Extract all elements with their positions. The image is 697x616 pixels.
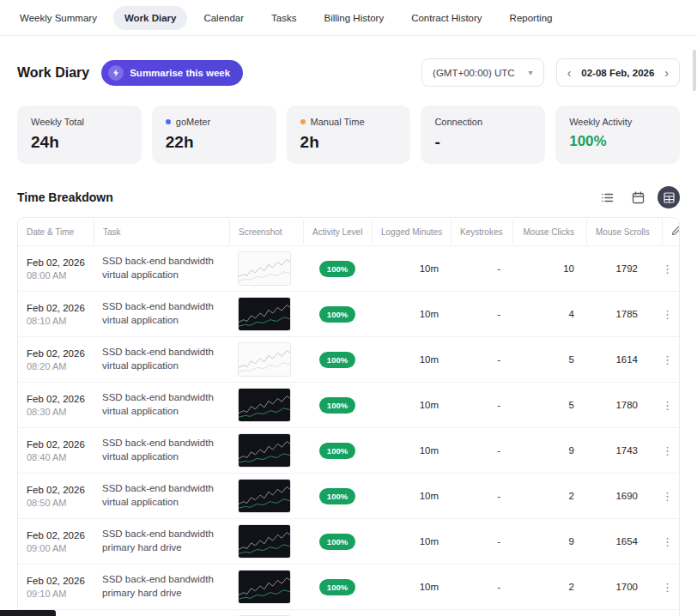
activity-level-cell: 100% <box>303 528 372 555</box>
kebab-menu-icon[interactable]: ⋮ <box>658 578 676 596</box>
kebab-menu-icon[interactable]: ⋮ <box>658 487 676 505</box>
next-week-button[interactable]: › <box>663 67 670 79</box>
date-time-cell: Feb 02, 2026 08:00 AM <box>18 252 94 286</box>
kebab-menu-icon[interactable]: ⋮ <box>658 305 676 323</box>
keystrokes-cell: - <box>451 486 512 506</box>
time-breakdown-header: Time Breakdown <box>17 186 680 208</box>
screenshot-thumbnail[interactable] <box>238 433 291 468</box>
summarise-week-label: Summarise this week <box>130 68 230 78</box>
table-row: Feb 02, 2026 09:20 AM SSD back-end bandw… <box>18 609 679 616</box>
kebab-menu-icon[interactable]: ⋮ <box>658 533 676 551</box>
table-row: Feb 02, 2026 08:10 AM SSD back-end bandw… <box>18 291 679 336</box>
stat-value: 100% <box>569 133 666 150</box>
table-view-icon[interactable] <box>658 186 680 208</box>
prev-week-button[interactable]: ‹ <box>566 67 573 79</box>
mouse-scrolls-cell: 1690 <box>586 486 650 506</box>
row-time: 08:00 AM <box>27 270 85 281</box>
kebab-menu-icon[interactable]: ⋮ <box>658 351 676 369</box>
calendar-view-icon[interactable] <box>627 186 649 208</box>
screenshot-cell <box>229 428 303 473</box>
screenshot-thumbnail[interactable] <box>238 342 291 377</box>
table-row: Feb 02, 2026 09:10 AM SSD back-end bandw… <box>18 564 679 609</box>
activity-badge: 100% <box>319 352 355 368</box>
row-actions-cell: ⋮ <box>650 391 679 420</box>
date-range-picker: ‹ 02-08 Feb, 2026 › <box>556 58 680 87</box>
tab-reporting[interactable]: Reporting <box>499 6 564 30</box>
row-actions-cell: ⋮ <box>650 528 679 556</box>
screenshot-cell <box>229 519 303 564</box>
screenshot-cell <box>229 246 303 291</box>
col-logged-minutes: Logged Minutes <box>372 220 451 245</box>
mouse-scrolls-cell: 1780 <box>586 395 650 415</box>
row-time: 08:40 AM <box>27 452 85 462</box>
activity-badge: 100% <box>319 534 355 550</box>
table-row: Feb 02, 2026 09:00 AM SSD back-end bandw… <box>18 518 679 564</box>
timezone-select[interactable]: (GMT+00:00) UTC ▾ <box>421 58 544 87</box>
logged-minutes-cell: 10m <box>372 531 451 552</box>
kebab-menu-icon[interactable]: ⋮ <box>658 260 676 278</box>
row-time: 08:20 AM <box>27 361 85 371</box>
table-body: Feb 02, 2026 08:00 AM SSD back-end bandw… <box>18 245 679 616</box>
task-cell: SSD back-end bandwidth primary hard driv… <box>94 568 229 605</box>
activity-badge: 100% <box>319 443 355 459</box>
kebab-menu-icon[interactable]: ⋮ <box>658 442 676 460</box>
row-time: 09:10 AM <box>27 589 85 599</box>
activity-level-cell: 100% <box>303 574 372 601</box>
task-cell: SSD back-end bandwidth virtual applicati… <box>94 477 229 514</box>
table-header-row: Date & Time Task Screenshot Activity Lev… <box>18 218 679 245</box>
page-header: Work Diary Summarise this week (GMT+00:0… <box>17 58 680 87</box>
col-keystrokes: Keystrokes <box>451 220 512 245</box>
scrollbar-thumb[interactable] <box>693 50 696 91</box>
activity-level-cell: 100% <box>303 347 372 373</box>
date-time-cell: Feb 02, 2026 08:10 AM <box>18 298 94 331</box>
tab-contract-history[interactable]: Contract History <box>400 6 493 30</box>
stat-card-gometer: goMeter 22h <box>152 106 276 164</box>
keystrokes-cell: - <box>451 440 512 461</box>
summarise-week-button[interactable]: Summarise this week <box>101 60 243 86</box>
row-date: Feb 02, 2026 <box>27 348 85 359</box>
row-actions-cell: ⋮ <box>650 573 679 601</box>
task-cell: SSD back-end bandwidth virtual applicati… <box>94 250 229 287</box>
row-actions-cell: ⋮ <box>650 346 679 374</box>
timezone-value: (GMT+00:00) UTC <box>433 68 515 78</box>
screenshot-thumbnail[interactable] <box>238 570 291 604</box>
task-cell: SSD back-end bandwidth virtual applicati… <box>94 295 229 332</box>
sparkle-icon <box>108 65 124 81</box>
mouse-scrolls-cell: 1614 <box>586 349 650 370</box>
activity-level-cell: 100% <box>303 438 372 464</box>
col-mouse-scrolls: Mouse Scrolls <box>586 220 662 245</box>
screenshot-thumbnail[interactable] <box>238 479 291 513</box>
screenshot-cell <box>229 292 303 336</box>
tab-weekly-summary[interactable]: Weekly Summary <box>9 6 108 30</box>
stat-label: Connection <box>434 117 531 127</box>
tab-calendar[interactable]: Calendar <box>192 6 255 30</box>
tab-billing-history[interactable]: Billing History <box>312 6 395 30</box>
screenshot-thumbnail[interactable] <box>238 524 291 559</box>
keystrokes-cell: - <box>451 349 512 370</box>
table-row: Feb 02, 2026 08:40 AM SSD back-end bandw… <box>18 427 679 473</box>
activity-badge: 100% <box>319 579 355 595</box>
row-actions-cell: ⋮ <box>650 482 679 510</box>
screenshot-thumbnail[interactable] <box>238 297 291 331</box>
row-time: 09:00 AM <box>27 543 85 553</box>
stat-card-weekly-total: Weekly Total 24h <box>17 106 142 164</box>
edit-pencil-icon[interactable] <box>671 226 680 236</box>
logged-minutes-cell: 10m <box>372 258 451 279</box>
screenshot-thumbnail[interactable] <box>238 251 291 286</box>
date-time-cell: Feb 02, 2026 09:00 AM <box>18 525 94 559</box>
tab-work-diary[interactable]: Work Diary <box>113 6 188 30</box>
date-time-cell: Feb 02, 2026 08:20 AM <box>18 343 94 377</box>
list-view-icon[interactable] <box>596 186 618 208</box>
time-breakdown-table: Date & Time Task Screenshot Activity Lev… <box>17 217 680 616</box>
table-row: Feb 02, 2026 08:00 AM SSD back-end bandw… <box>18 245 679 291</box>
row-date: Feb 02, 2026 <box>27 530 85 541</box>
tab-tasks[interactable]: Tasks <box>260 6 307 30</box>
stat-value: 22h <box>166 133 263 152</box>
table-row: Feb 02, 2026 08:50 AM SSD back-end bandw… <box>18 473 679 518</box>
row-time: 08:30 AM <box>27 407 85 417</box>
row-date: Feb 02, 2026 <box>27 394 85 404</box>
stat-label: Manual Time <box>300 117 397 127</box>
kebab-menu-icon[interactable]: ⋮ <box>658 396 676 414</box>
screenshot-thumbnail[interactable] <box>238 388 291 422</box>
manual-time-dot-icon <box>300 119 306 124</box>
